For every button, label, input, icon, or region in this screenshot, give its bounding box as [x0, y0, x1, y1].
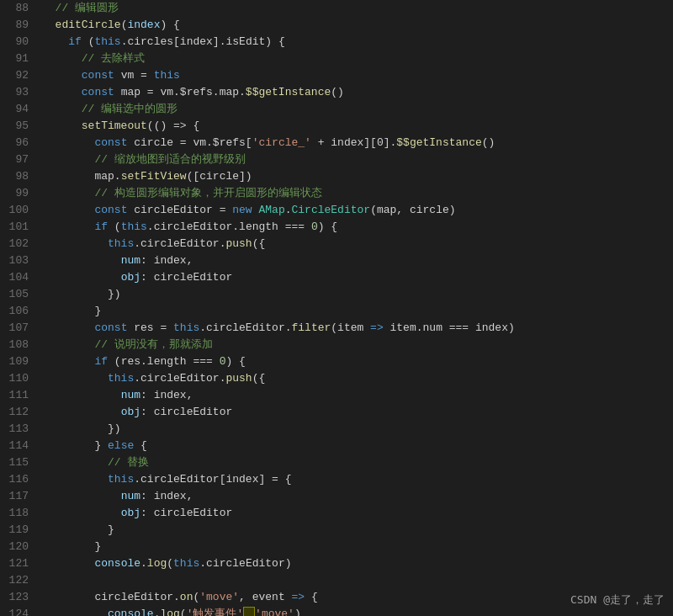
code-token: if	[68, 35, 82, 48]
code-line: // 构造圆形编辑对象，并开启圆形的编辑状态	[42, 185, 673, 202]
line-number: 105	[0, 286, 29, 303]
code-line: // 编辑圆形	[42, 0, 673, 17]
code-token: // 替换	[108, 456, 149, 469]
code-line: const circleEditor = new AMap.CircleEdit…	[42, 202, 673, 219]
code-token: ()	[331, 86, 344, 98]
code-token: // 说明没有，那就添加	[94, 338, 212, 351]
code-line: }	[42, 303, 673, 320]
code-token: 'move'	[199, 591, 239, 603]
code-token: (	[180, 608, 187, 616]
code-token: ) {	[318, 220, 337, 233]
code-token: 0	[311, 220, 318, 233]
line-number: 113	[0, 421, 29, 438]
line-number: 109	[0, 353, 29, 370]
code-token: this	[108, 372, 134, 385]
code-content: // 编辑圆形 editCircle(index) { if (this.cir…	[35, 0, 673, 616]
line-number: 112	[0, 404, 29, 421]
code-line: }	[42, 539, 673, 555]
code-token	[42, 187, 94, 199]
line-number: 90	[0, 34, 29, 50]
code-token	[42, 355, 94, 368]
code-line	[42, 572, 673, 589]
watermark: CSDN @走了，走了	[570, 592, 665, 608]
code-line: num: index,	[42, 488, 673, 505]
code-token: map.	[94, 170, 120, 183]
code-token: =>	[370, 321, 384, 334]
code-token: })	[108, 422, 121, 435]
code-token: : index,	[140, 490, 193, 502]
code-token: num	[121, 389, 140, 401]
code-token: {	[134, 439, 147, 452]
code-token	[42, 490, 121, 502]
code-token: (	[167, 557, 173, 570]
code-token: .	[285, 204, 292, 216]
code-token	[42, 119, 82, 132]
code-token: }	[94, 305, 101, 317]
code-token: this	[154, 69, 180, 82]
code-token: ) {	[225, 355, 245, 368]
code-token: // 编辑选中的圆形	[82, 103, 178, 115]
code-token: : index,	[140, 389, 193, 401]
code-token: setFitView	[121, 170, 187, 183]
line-number: 98	[0, 168, 29, 185]
code-token	[42, 473, 108, 486]
code-token: (map, circle)	[370, 204, 455, 216]
line-number: 100	[0, 202, 29, 219]
code-token	[42, 204, 94, 216]
line-number: 124	[0, 606, 29, 616]
code-token: editCircle	[56, 19, 121, 31]
line-number: 101	[0, 219, 29, 236]
code-line: editCircle(index) {	[42, 17, 673, 34]
code-token: if	[94, 220, 108, 233]
code-token: on	[180, 591, 193, 603]
line-number: 110	[0, 370, 29, 387]
code-token: .circles[index].isEdit) {	[121, 35, 285, 48]
code-token: this	[94, 35, 120, 48]
code-token: .circleEditor.length ===	[147, 220, 311, 233]
code-token	[42, 19, 56, 31]
code-token: '触发事件'	[187, 608, 244, 616]
code-line: this.circleEditor.push({	[42, 236, 673, 252]
code-token	[42, 170, 94, 183]
code-token: num	[121, 490, 140, 502]
code-token: .circleEditor)	[199, 557, 291, 570]
code-line: map.setFitView([circle])	[42, 168, 673, 185]
line-number: 121	[0, 555, 29, 572]
code-token	[42, 52, 82, 65]
code-token: : circleEditor	[140, 507, 232, 519]
code-line: obj: circleEditor	[42, 269, 673, 286]
code-token: // 去除样式	[82, 52, 145, 65]
code-token: res =	[127, 321, 173, 334]
code-line: // 编辑选中的圆形	[42, 101, 673, 118]
code-token: , event	[239, 591, 291, 603]
code-line: if (this.circles[index].isEdit) {	[42, 34, 673, 50]
code-token: .circleEditor[index] = {	[134, 473, 291, 486]
line-number: 114	[0, 438, 29, 454]
line-number: 104	[0, 269, 29, 286]
code-token: + index][0].	[311, 136, 396, 149]
code-line: const res = this.circleEditor.filter(ite…	[42, 320, 673, 337]
line-number: 108	[0, 337, 29, 353]
code-token: .circleEditor.	[134, 372, 225, 385]
code-token: ({	[252, 372, 266, 385]
code-token	[42, 237, 108, 250]
line-number: 107	[0, 320, 29, 337]
code-token: const	[94, 204, 127, 216]
code-token: // 构造圆形编辑对象，并开启圆形的编辑状态	[94, 187, 321, 199]
code-token: this	[108, 237, 134, 250]
line-number: 106	[0, 303, 29, 320]
code-token: new	[232, 204, 252, 216]
code-token: 'circle_'	[252, 136, 311, 149]
line-number: 91	[0, 50, 29, 67]
code-token: AMap	[258, 204, 284, 216]
code-editor: 8889909192939495969798991001011021031041…	[0, 0, 673, 616]
code-token: }	[94, 540, 101, 553]
code-token	[42, 2, 56, 14]
code-token: }	[94, 439, 108, 452]
code-line: num: index,	[42, 387, 673, 404]
code-token: .circleEditor.	[134, 237, 225, 250]
code-token: =>	[292, 591, 305, 603]
code-token: : index,	[140, 254, 193, 267]
code-line: console.log(this.circleEditor)	[42, 555, 673, 572]
code-token: // 编辑圆形	[56, 2, 119, 14]
